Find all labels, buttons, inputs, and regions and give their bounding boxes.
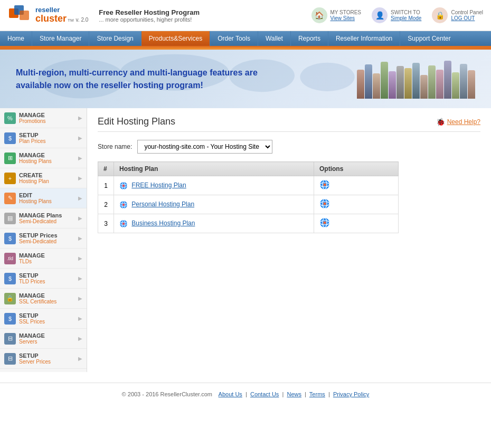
sidebar-edit-sub: Hosting Plans xyxy=(19,198,78,204)
sidebar-item-manage-hosting-plans[interactable]: ⊞ MANAGE Hosting Plans ▶ xyxy=(0,148,87,168)
footer-news[interactable]: News xyxy=(287,391,301,397)
svg-point-6 xyxy=(300,63,354,91)
sidebar-item-manage-plans-semi[interactable]: ▤ MANAGE Plans Semi-Dedicated ▶ xyxy=(0,208,87,228)
col-plan: Hosting Plan xyxy=(114,162,314,176)
main-layout: % MANAGE Promotions ▶ $ SETUP Plan Price… xyxy=(0,108,491,372)
help-icon: 🐞 xyxy=(436,118,445,126)
hosting-plans-icon: ⊞ xyxy=(4,152,16,164)
log-out-label[interactable]: LOG OUT xyxy=(451,15,483,21)
sidebar-arrow-plan: ▶ xyxy=(78,135,82,141)
nav-reports[interactable]: Reports xyxy=(291,31,328,46)
sidebar-manage-promo-sub: Promotions xyxy=(19,118,78,124)
need-help-link[interactable]: 🐞 Need Help? xyxy=(436,118,480,126)
row2-globe-icon[interactable] xyxy=(319,198,330,209)
sidebar-setup-tld-sub: TLD Prices xyxy=(19,279,78,284)
nav-store-design[interactable]: Store Design xyxy=(89,31,141,46)
nav-wallet[interactable]: Wallet xyxy=(258,31,291,46)
logo-cluster-text: cluster xyxy=(35,14,67,24)
sidebar-arrow-hosting: ▶ xyxy=(78,155,82,161)
footer-contact[interactable]: Contact Us xyxy=(250,391,279,397)
footer-copyright: © 2003 - 2016 ResellerCluster.com xyxy=(122,391,212,397)
control-panel-label: Control Panel xyxy=(451,9,483,15)
sidebar-arrow-tld-prices: ▶ xyxy=(78,275,82,281)
sidebar-manage-plans-sub: Semi-Dedicated xyxy=(19,218,78,224)
sidebar-item-setup-ssl-prices[interactable]: $ SETUP SSL Prices ▶ xyxy=(0,309,87,329)
svg-rect-2 xyxy=(20,11,29,20)
row1-plan-link[interactable]: FREE Hosting Plan xyxy=(131,182,186,189)
nav-order-tools[interactable]: Order Tools xyxy=(210,31,258,46)
logo-tm: TM xyxy=(68,18,74,23)
prices-semi-icon: $ xyxy=(4,233,16,244)
sidebar-setup-server-sub: Server Prices xyxy=(19,359,78,365)
simple-mode-label[interactable]: Simple Mode xyxy=(391,15,421,21)
sidebar-create-top: CREATE xyxy=(19,172,78,178)
sidebar-item-manage-promotions[interactable]: % MANAGE Promotions ▶ xyxy=(0,108,87,128)
nav-store-manager[interactable]: Store Manager xyxy=(32,31,89,46)
switch-to-link[interactable]: 👤 SWITCH TO Simple Mode xyxy=(372,7,421,23)
footer-about[interactable]: About Us xyxy=(219,391,242,397)
row3-num: 3 xyxy=(98,214,114,233)
content-area: Edit Hosting Plans 🐞 Need Help? Store na… xyxy=(87,108,491,372)
sidebar-setup-prices-top: SETUP Prices xyxy=(19,232,78,239)
sidebar-arrow-tld: ▶ xyxy=(78,255,82,261)
sidebar-item-edit-hosting-plans[interactable]: ✎ EDIT Hosting Plans ▶ xyxy=(0,188,87,208)
sidebar-item-manage-ssl[interactable]: 🔒 MANAGE SSL Certificates ▶ xyxy=(0,289,87,309)
switch-icon: 👤 xyxy=(372,7,388,23)
my-stores-link[interactable]: 🏠 MY STORES View Sites xyxy=(311,7,362,23)
footer-terms[interactable]: Terms xyxy=(309,391,325,397)
svg-point-10 xyxy=(122,185,125,187)
footer: © 2003 - 2016 ResellerCluster.com About … xyxy=(0,383,491,405)
control-panel-link[interactable]: 🔒 Control Panel LOG OUT xyxy=(432,7,483,23)
header-links: 🏠 MY STORES View Sites 👤 SWITCH TO Simpl… xyxy=(311,7,484,23)
store-name-label: Store name: xyxy=(98,143,132,150)
sidebar-item-create-hosting-plan[interactable]: + CREATE Hosting Plan ▶ xyxy=(0,168,87,188)
footer-privacy[interactable]: Privacy Policy xyxy=(333,391,369,397)
nav-support[interactable]: Support Center xyxy=(400,31,458,46)
logo-version: v. 2.0 xyxy=(76,17,89,23)
sidebar-item-setup-server-prices[interactable]: ⊟ SETUP Server Prices ▶ xyxy=(0,349,87,369)
table-row: 2 Personal Hosting Plan xyxy=(98,195,399,214)
page-title: Edit Hosting Plans xyxy=(98,116,175,127)
col-options: Options xyxy=(314,162,399,176)
row3-plan-icon xyxy=(119,220,128,228)
row3-globe-icon[interactable] xyxy=(319,217,330,228)
nav-products-services[interactable]: Products&Services xyxy=(141,31,210,46)
switch-to-label: SWITCH TO xyxy=(391,9,421,15)
sidebar-edit-top: EDIT xyxy=(19,192,78,198)
sidebar-arrow-edit: ▶ xyxy=(78,195,82,201)
svg-point-18 xyxy=(122,204,125,206)
sidebar-setup-ssl-top: SETUP xyxy=(19,312,78,319)
logo-icon xyxy=(8,4,35,26)
nav-reseller-info[interactable]: Reseller Information xyxy=(328,31,400,46)
sidebar-manage-promo-top: MANAGE xyxy=(19,112,78,118)
create-icon: + xyxy=(4,173,16,184)
logo[interactable]: reseller cluster TM v. 2.0 xyxy=(8,4,88,26)
sidebar-item-manage-servers[interactable]: ⊟ MANAGE Servers ▶ xyxy=(0,329,87,349)
need-help-text[interactable]: Need Help? xyxy=(447,118,480,126)
sidebar-arrow-server-prices: ▶ xyxy=(78,356,82,361)
plan-prices-icon: $ xyxy=(4,132,16,144)
row2-plan-link[interactable]: Personal Hosting Plan xyxy=(131,201,194,208)
row1-globe-icon[interactable] xyxy=(319,179,330,190)
sidebar-setup-tld-top: SETUP xyxy=(19,272,78,279)
sidebar-item-setup-prices-semi[interactable]: $ SETUP Prices Semi-Dedicated ▶ xyxy=(0,228,87,249)
row3-plan: Business Hosting Plan xyxy=(114,214,314,233)
tagline: Free Reseller Hosting Program ... more o… xyxy=(99,8,311,23)
row3-plan-link[interactable]: Business Hosting Plan xyxy=(131,220,195,227)
sidebar-item-setup-plan-prices[interactable]: $ SETUP Plan Prices ▶ xyxy=(0,128,87,148)
tagline-sub: ... more opportunities, higher profits! xyxy=(99,16,311,23)
row3-options xyxy=(314,214,399,233)
sidebar-arrow-prices-semi: ▶ xyxy=(78,235,82,241)
sidebar-create-sub: Hosting Plan xyxy=(19,178,78,184)
nav-home[interactable]: Home xyxy=(0,31,32,46)
sidebar: % MANAGE Promotions ▶ $ SETUP Plan Price… xyxy=(0,108,87,372)
cp-icon: 🔒 xyxy=(432,7,448,23)
view-sites-label[interactable]: View Sites xyxy=(331,15,362,21)
sidebar-arrow-semi: ▶ xyxy=(78,215,82,221)
sidebar-item-manage-tlds[interactable]: .tld MANAGE TLDs ▶ xyxy=(0,249,87,269)
sidebar-setup-plan-sub: Plan Prices xyxy=(19,138,78,144)
plans-semi-icon: ▤ xyxy=(4,213,16,224)
sidebar-item-setup-tld-prices[interactable]: $ SETUP TLD Prices ▶ xyxy=(0,269,87,289)
server-prices-icon: ⊟ xyxy=(4,353,16,365)
store-select[interactable]: your-hosting-site.com - Your Hosting Sit… xyxy=(137,140,272,154)
